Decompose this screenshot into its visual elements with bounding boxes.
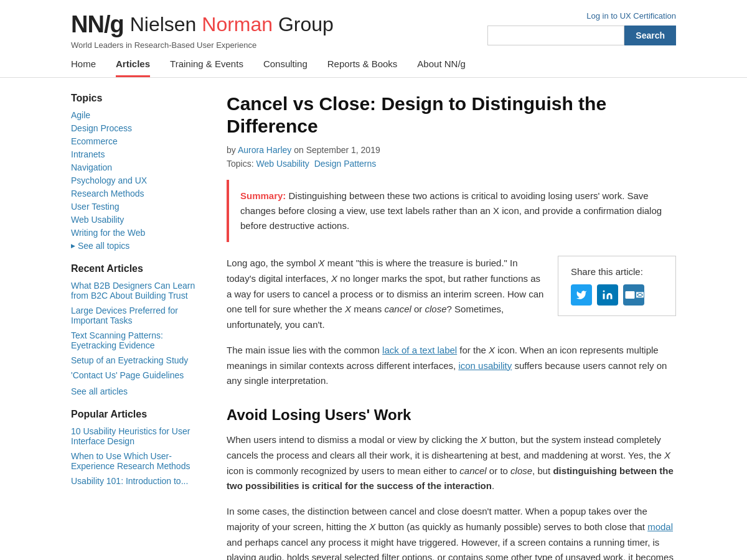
main-content: Topics Agile Design Process Ecommerce In… [0,78,747,560]
lack-of-text-label-link[interactable]: lack of a text label [382,345,457,355]
modal-link[interactable]: modal [647,521,673,532]
share-box: Share this article: ✉ [558,256,676,316]
nav-consulting[interactable]: Consulting [263,58,308,77]
recent-article-4[interactable]: Setup of an Eyetracking Study [71,355,208,365]
sidebar-topic-writing[interactable]: Writing for the Web [71,228,208,238]
sidebar-topic-design-process[interactable]: Design Process [71,123,208,133]
article-content: Cancel vs Close: Design to Distinguish t… [227,93,676,560]
see-all-articles-link[interactable]: See all articles [71,386,208,396]
svg-rect-0 [603,294,605,299]
share-email-button[interactable]: ✉ [623,284,644,306]
sidebar-topic-ecommerce[interactable]: Ecommerce [71,136,208,146]
tagline: World Leaders in Research-Based User Exp… [71,40,334,50]
topic-web-usability[interactable]: Web Usability [256,159,309,169]
login-link[interactable]: Log in to UX Certification [586,11,676,21]
sidebar-topic-user-testing[interactable]: User Testing [71,202,208,212]
search-input[interactable] [487,26,624,45]
popular-article-2[interactable]: When to Use Which User-Experience Resear… [71,451,208,471]
sidebar-topic-agile[interactable]: Agile [71,110,208,120]
sidebar-topic-intranets[interactable]: Intranets [71,149,208,159]
icon-usability-link[interactable]: icon usability [458,360,512,371]
nav-home[interactable]: Home [71,58,96,77]
article-body: Share this article: ✉ Long ago, [227,256,676,560]
nav-reports[interactable]: Reports & Books [327,58,398,77]
article-date: on September 1, 2019 [294,145,380,155]
nav-training[interactable]: Training & Events [170,58,243,77]
sidebar: Topics Agile Design Process Ecommerce In… [71,93,208,560]
nav-articles[interactable]: Articles [116,58,150,77]
paragraph-2: The main issue lies with the common lack… [227,343,676,389]
logo-nnslashg: NN/g [71,11,124,38]
sidebar-topic-psychology[interactable]: Psychology and UX [71,175,208,185]
summary-label: Summary: [240,190,286,201]
main-nav: Home Articles Training & Events Consulti… [71,58,676,77]
search-bar: Search [487,26,676,45]
summary-text: Distinguishing between these two actions… [240,190,662,231]
sidebar-topic-navigation[interactable]: Navigation [71,162,208,172]
logo-full-name: Nielsen Norman Group [130,13,334,36]
recent-article-5[interactable]: 'Contact Us' Page Guidelines [71,370,208,380]
share-icons: ✉ [571,284,663,306]
nav-about[interactable]: About NN/g [417,58,466,77]
article-meta: by Aurora Harley on September 1, 2019 [227,145,676,155]
article-topics: Topics: Web Usability Design Patterns [227,159,676,169]
header: NN/g Nielsen Norman Group World Leaders … [0,0,747,78]
topic-design-patterns[interactable]: Design Patterns [314,159,377,169]
article-title: Cancel vs Close: Design to Distinguish t… [227,93,676,138]
summary-box: Summary: Distinguishing between these tw… [227,180,676,242]
share-title: Share this article: [571,266,663,277]
recent-article-2[interactable]: Large Devices Preferred for Important Ta… [71,306,208,325]
sidebar-topic-research[interactable]: Research Methods [71,189,208,198]
share-linkedin-button[interactable] [597,284,618,306]
header-right: Log in to UX Certification Search [487,11,676,45]
popular-articles-heading: Popular Articles [71,409,208,420]
svg-point-1 [603,291,605,292]
recent-article-1[interactable]: What B2B Designers Can Learn from B2C Ab… [71,281,208,301]
section-1-heading: Avoid Losing Users' Work [227,406,676,424]
share-twitter-button[interactable] [571,284,592,306]
author-link[interactable]: Aurora Harley [238,145,291,155]
see-all-topics-link[interactable]: See all topics [71,241,208,251]
topics-heading: Topics [71,93,208,104]
recent-articles-heading: Recent Articles [71,263,208,274]
recent-article-3[interactable]: Text Scanning Patterns: Eyetracking Evid… [71,330,208,350]
popular-article-3[interactable]: Usability 101: Introduction to... [71,476,208,486]
popular-article-1[interactable]: 10 Usability Heuristics for User Interfa… [71,426,208,446]
logo-area: NN/g Nielsen Norman Group World Leaders … [71,11,334,50]
sidebar-topic-web-usability[interactable]: Web Usability [71,215,208,225]
search-button[interactable]: Search [624,26,676,45]
section-1-para-1: When users intend to dismiss a modal or … [227,432,676,494]
section-1-para-2: In some cases, the distinction between c… [227,504,676,560]
